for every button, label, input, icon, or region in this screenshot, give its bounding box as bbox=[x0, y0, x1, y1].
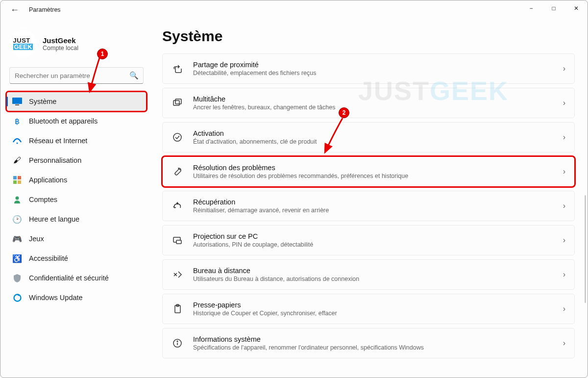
shield-icon bbox=[12, 273, 22, 283]
update-icon bbox=[12, 293, 22, 302]
sidebar-item-network[interactable]: Réseau et Internet bbox=[6, 131, 147, 151]
card-sub: Utilitaires de résolution des problèmes … bbox=[193, 173, 553, 179]
gamepad-icon: 🎮 bbox=[12, 234, 22, 244]
card-title: Bureau à distance bbox=[193, 267, 553, 275]
card-nearby-sharing[interactable]: Partage de proximitéDétectabilité, empla… bbox=[162, 53, 575, 84]
card-projecting[interactable]: Projection sur ce PCAutorisations, PIN d… bbox=[162, 225, 575, 255]
sidebar-item-bluetooth[interactable]: ฿ Bluetooth et appareils bbox=[6, 111, 147, 131]
title-bar: ← Paramètres bbox=[0, 0, 588, 19]
card-title: Informations système bbox=[193, 335, 553, 343]
chevron-right-icon: › bbox=[563, 202, 565, 210]
card-activation[interactable]: ActivationÉtat d'activation, abonnements… bbox=[162, 122, 575, 152]
sidebar-item-time[interactable]: 🕑 Heure et langue bbox=[6, 209, 147, 229]
sidebar-item-system[interactable]: Système bbox=[6, 92, 147, 111]
svg-point-18 bbox=[177, 341, 178, 342]
card-sub: Spécifications de l'appareil, renommer l… bbox=[193, 344, 553, 351]
wrench-icon bbox=[172, 166, 183, 177]
sidebar-item-label: Applications bbox=[29, 176, 67, 184]
sidebar-item-label: Système bbox=[29, 98, 56, 105]
sidebar-item-accessibility[interactable]: ♿ Accessibilité bbox=[6, 249, 147, 268]
maximize-button[interactable]: □ bbox=[542, 0, 565, 16]
card-clipboard[interactable]: Presse-papiersHistorique de Couper et Co… bbox=[162, 294, 575, 324]
sidebar-item-personalization[interactable]: 🖌 Personnalisation bbox=[6, 151, 147, 170]
sidebar-item-label: Bluetooth et appareils bbox=[29, 117, 98, 125]
svg-rect-5 bbox=[13, 180, 17, 184]
sidebar-item-label: Réseau et Internet bbox=[29, 137, 87, 145]
card-title: Partage de proximité bbox=[193, 61, 553, 69]
svg-rect-4 bbox=[18, 176, 21, 179]
card-sub: État d'activation, abonnements, clé de p… bbox=[193, 138, 553, 145]
sidebar-item-accounts[interactable]: Comptes bbox=[6, 190, 147, 209]
brush-icon: 🖌 bbox=[12, 155, 22, 165]
card-remote-desktop[interactable]: Bureau à distanceUtilisateurs du Bureau … bbox=[162, 259, 575, 290]
card-title: Résolution des problèmes bbox=[193, 164, 553, 172]
clock-icon: 🕑 bbox=[12, 214, 22, 224]
card-recovery[interactable]: RécupérationRéinitialiser, démarrage ava… bbox=[162, 191, 575, 221]
card-sub: Historique de Couper et Copier, synchron… bbox=[193, 310, 553, 317]
sidebar-item-label: Windows Update bbox=[29, 294, 83, 302]
accessibility-icon: ♿ bbox=[12, 253, 22, 263]
check-circle-icon bbox=[172, 131, 183, 143]
recovery-icon bbox=[172, 200, 183, 212]
sidebar-item-label: Heure et langue bbox=[29, 215, 79, 223]
sidebar-item-label: Personnalisation bbox=[29, 156, 81, 164]
card-title: Presse-papiers bbox=[193, 301, 553, 309]
share-icon bbox=[172, 63, 183, 75]
multitask-icon bbox=[172, 97, 183, 109]
close-button[interactable]: ✕ bbox=[565, 0, 588, 16]
window-controls: − □ ✕ bbox=[520, 0, 588, 16]
svg-rect-1 bbox=[15, 104, 19, 105]
sidebar-item-label: Jeux bbox=[29, 235, 44, 243]
account-block[interactable]: JUST GEEK JustGeek Compte local bbox=[9, 30, 147, 57]
sidebar-item-update[interactable]: Windows Update bbox=[6, 288, 147, 307]
search-icon: 🔍 bbox=[129, 71, 139, 80]
remote-icon bbox=[172, 269, 183, 280]
svg-rect-13 bbox=[176, 240, 181, 244]
sidebar: JUST GEEK JustGeek Compte local 🔍 Systèm… bbox=[0, 19, 152, 378]
back-button[interactable]: ← bbox=[10, 5, 20, 15]
svg-point-8 bbox=[14, 294, 21, 301]
chevron-right-icon: › bbox=[563, 304, 565, 313]
account-type: Compte local bbox=[43, 45, 78, 51]
account-name: JustGeek bbox=[43, 36, 78, 45]
card-title: Projection sur ce PC bbox=[193, 232, 553, 240]
card-title: Récupération bbox=[193, 198, 553, 206]
svg-rect-10 bbox=[175, 99, 181, 104]
sidebar-item-privacy[interactable]: Confidentialité et sécurité bbox=[6, 268, 147, 288]
bluetooth-icon: ฿ bbox=[12, 116, 22, 126]
card-sub: Réinitialiser, démarrage avancé, revenir… bbox=[193, 207, 553, 214]
clipboard-icon bbox=[172, 303, 183, 315]
annotation-badge-1: 1 bbox=[97, 49, 108, 59]
card-troubleshoot[interactable]: Résolution des problèmesUtilitaires de r… bbox=[162, 156, 575, 187]
card-title: Activation bbox=[193, 129, 553, 137]
svg-point-2 bbox=[17, 143, 18, 144]
svg-rect-9 bbox=[173, 101, 179, 105]
page-title: Système bbox=[162, 28, 575, 45]
svg-rect-0 bbox=[12, 98, 22, 104]
card-multitasking[interactable]: MultitâcheAncrer les fenêtres, bureaux, … bbox=[162, 88, 575, 118]
avatar-text-bottom: GEEK bbox=[13, 44, 33, 50]
chevron-right-icon: › bbox=[563, 99, 565, 107]
sidebar-item-apps[interactable]: Applications bbox=[6, 170, 147, 190]
card-about[interactable]: Informations systèmeSpécifications de l'… bbox=[162, 328, 575, 358]
apps-icon bbox=[12, 175, 22, 185]
avatar: JUST GEEK bbox=[9, 30, 37, 57]
card-title: Multitâche bbox=[193, 95, 553, 103]
scrollbar-indicator[interactable] bbox=[585, 195, 586, 303]
card-sub: Autorisations, PIN de couplage, détectab… bbox=[193, 241, 553, 248]
chevron-right-icon: › bbox=[563, 167, 565, 176]
card-sub: Détectabilité, emplacement des fichiers … bbox=[193, 70, 553, 76]
sidebar-item-gaming[interactable]: 🎮 Jeux bbox=[6, 229, 147, 249]
chevron-right-icon: › bbox=[563, 339, 565, 348]
network-icon bbox=[12, 136, 22, 146]
chevron-right-icon: › bbox=[563, 236, 565, 245]
info-icon bbox=[172, 337, 183, 349]
svg-rect-3 bbox=[13, 176, 17, 179]
main-content: Système Partage de proximitéDétectabilit… bbox=[152, 19, 588, 378]
search-input[interactable] bbox=[9, 67, 144, 84]
search-box[interactable]: 🔍 bbox=[9, 67, 144, 84]
chevron-right-icon: › bbox=[563, 133, 565, 142]
project-icon bbox=[172, 234, 183, 246]
minimize-button[interactable]: − bbox=[520, 0, 542, 16]
chevron-right-icon: › bbox=[563, 64, 565, 73]
